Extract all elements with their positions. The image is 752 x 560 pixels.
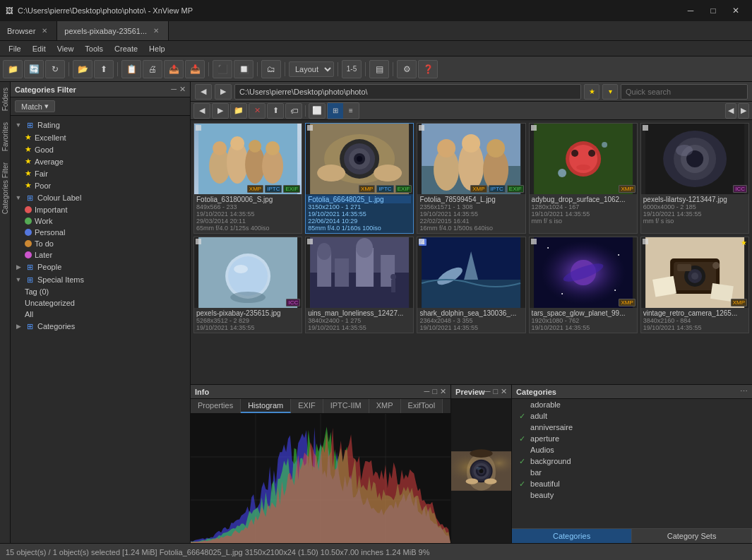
menu-tools[interactable]: Tools [79,43,109,54]
tb-settings-btn[interactable]: ⚙ [397,60,417,78]
tree-rating-poor[interactable]: ★ Poor [11,179,190,191]
bookmark-dropdown-button[interactable]: ▾ [602,84,618,100]
menu-help[interactable]: Help [143,43,171,54]
cat-item-background[interactable]: ✓ background [512,455,752,467]
info-close-icon[interactable]: ✕ [440,387,446,396]
tb-open-btn[interactable]: 📂 [73,60,92,78]
tab-properties[interactable]: Properties [191,399,241,413]
file-item-8[interactable]: 4 shark_dolphin_sea_130036_... 2364x2048… [417,237,525,333]
preview-minimize-icon[interactable]: ─ [485,387,491,396]
file-item-10[interactable]: ★ XMP vintage_retro_camera_1265... 3840x… [640,237,749,333]
tree-rating[interactable]: ▼ ⊞ Rating [11,119,190,131]
preview-expand-icon[interactable]: □ [493,387,498,396]
file-item-4[interactable]: XMP adybug_drop_surface_1062... 1280x102… [529,123,638,234]
tree-special-items[interactable]: ▼ ⊞ Special Items [11,273,190,286]
cat-item-adorable[interactable]: adorable [512,399,752,410]
address-input[interactable] [234,84,581,100]
quick-search-input[interactable] [621,84,748,100]
tree-rating-average[interactable]: ★ Average [11,155,190,167]
file-item-5[interactable]: ICC pexels-lilartsy-1213447.jpg 6000x400… [640,123,749,234]
file-item-1[interactable]: XMP IPTC EXIF Fotolia_63180006_S.jpg 849… [193,123,302,234]
tree-colour-important[interactable]: Important [11,204,190,215]
nav-forward-btn[interactable]: ▶ [212,103,229,119]
categories-tab-button[interactable]: Categories [512,529,632,543]
cat-item-bar[interactable]: bar [512,467,752,478]
tab-browser[interactable]: Browser ✕ [0,21,57,40]
tb-export-btn[interactable]: 📤 [164,60,184,78]
tree-colour-personal[interactable]: Personal [11,227,190,238]
bookmark-button[interactable]: ★ [584,84,599,100]
nav-grid-btn[interactable]: ⬜ [309,103,326,119]
close-button[interactable]: ✕ [725,4,746,18]
tree-rating-fair[interactable]: ★ Fair [11,167,190,179]
nav-label-btn[interactable]: 🏷 [285,103,302,119]
tab-exiftool[interactable]: ExifTool [401,399,443,413]
category-sets-tab-button[interactable]: Category Sets [632,529,752,543]
tb-up-btn[interactable]: ⬆ [94,60,114,78]
nav-back-btn[interactable]: ◀ [193,103,210,119]
menu-file[interactable]: File [3,43,27,54]
menu-view[interactable]: View [52,43,80,54]
strip-categories-filter[interactable]: Categories Filter [0,157,10,220]
cat-item-anniversaire[interactable]: anniversaire [512,422,752,433]
maximize-button[interactable]: □ [703,4,724,18]
strip-folders[interactable]: Folders [0,82,10,117]
tab-xmp[interactable]: XMP [369,399,401,413]
tb-refresh-btn[interactable]: 🔄 [24,60,44,78]
info-minimize-icon[interactable]: ─ [424,387,430,396]
tree-colour-work[interactable]: Work [11,215,190,227]
tree-rating-good[interactable]: ★ Good [11,143,190,155]
cat-item-beautiful[interactable]: ✓ beautiful [512,478,752,489]
tb-slideshow-btn[interactable]: ⬛ [213,60,232,78]
tree-special-all[interactable]: All [11,309,190,320]
strip-favorites[interactable]: Favorites [0,117,10,157]
cat-minimize-icon[interactable]: ─ [171,85,177,94]
view-list-btn[interactable]: ≡ [343,103,359,119]
tree-colour-label[interactable]: ▼ ⊞ Colour Label [11,191,190,204]
tab-image-close[interactable]: ✕ [151,25,161,36]
tree-people[interactable]: ▶ ⊞ People [11,261,190,273]
tb-files-btn[interactable]: 🗂 [261,60,281,78]
cat-item-adult[interactable]: ✓ adult [512,410,752,422]
file-item-7[interactable]: uins_man_loneliness_12427... 3840x2400 -… [305,237,414,333]
tab-browser-close[interactable]: ✕ [40,25,49,36]
tb-refresh2-btn[interactable]: ↻ [45,60,65,78]
minimize-button[interactable]: ─ [680,4,701,18]
file-item-9[interactable]: XMP tars_space_glow_planet_99... 1920x10… [529,237,638,333]
layout-dropdown[interactable]: Layout [289,61,334,77]
tab-exif[interactable]: EXIF [291,399,323,413]
tree-special-uncategorized[interactable]: Uncategorized [11,297,190,309]
nav-scroll-left-btn[interactable]: ◀ [725,103,736,119]
tab-histogram[interactable]: Histogram [241,399,291,413]
back-button[interactable]: ◀ [195,84,212,100]
tb-batch-btn[interactable]: 1-5 [342,60,362,78]
tree-colour-todo[interactable]: To do [11,238,190,249]
view-grid-btn[interactable]: ⊞ [328,103,343,119]
categories-menu-icon[interactable]: ⋯ [740,387,748,396]
tree-special-tag[interactable]: Tag (0) [11,286,190,297]
tree-colour-later[interactable]: Later [11,249,190,261]
nav-up-btn[interactable]: ⬆ [267,103,284,119]
file-item-3[interactable]: XMP IPTC EXIF Fotolia_78599454_L.jpg 235… [417,123,525,234]
info-expand-icon[interactable]: □ [432,387,437,396]
forward-button[interactable]: ▶ [215,84,232,100]
tree-rating-excellent[interactable]: ★ Excellent [11,131,190,143]
tb-import-btn[interactable]: 📥 [185,60,205,78]
nav-open-btn[interactable]: 📁 [230,103,247,119]
cat-item-audios[interactable]: Audios [512,444,752,455]
tb-help-btn[interactable]: ❓ [418,60,438,78]
tb-folder-btn[interactable]: 📁 [3,60,23,78]
match-button[interactable]: Match ▾ [15,100,55,112]
cat-item-beauty[interactable]: beauty [512,489,752,501]
cat-close-icon[interactable]: ✕ [179,85,186,94]
tb-print-btn[interactable]: 🖨 [143,60,162,78]
menu-create[interactable]: Create [109,43,143,54]
tree-categories[interactable]: ▶ ⊞ Categories [11,320,190,333]
preview-close-icon[interactable]: ✕ [501,387,507,396]
cat-item-aperture[interactable]: ✓ aperture [512,433,752,444]
tb-copy-btn[interactable]: 📋 [121,60,141,78]
tab-image[interactable]: pexels-pixabay-23561... ✕ [57,21,169,40]
menu-edit[interactable]: Edit [27,43,52,54]
tb-compare-btn[interactable]: 🔲 [234,60,253,78]
tab-iptc-iim[interactable]: IPTC-IIM [323,399,369,413]
